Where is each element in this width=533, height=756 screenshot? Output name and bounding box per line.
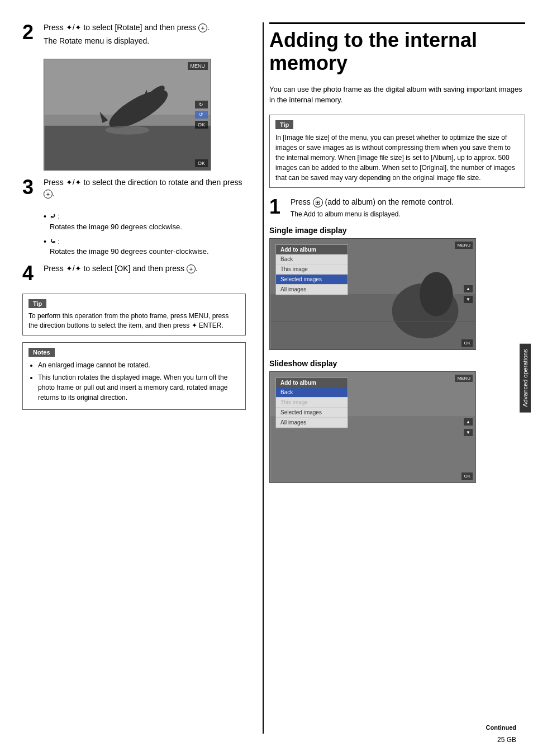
bullet-dot-1: •	[44, 211, 46, 223]
page-suffix: GB	[505, 736, 516, 744]
slideshow-display-label: Slideshow display	[269, 359, 525, 368]
slideshow-display-screenshot: Add to album Back This image Selected im…	[269, 371, 476, 483]
menu-btn-rotate-ccw: ↺	[195, 111, 208, 119]
step-3-content: Press ✦/✦ to select the direction to rot…	[44, 177, 246, 201]
step-4-block: 4 Press ✦/✦ to select [OK] and then pres…	[22, 263, 246, 284]
menu-btn-ok: OK	[195, 121, 208, 129]
step-2-sub: The Rotate menu is displayed.	[44, 36, 246, 47]
section-title: Adding to the internal memory	[269, 22, 525, 75]
notes-box: Notes An enlarged image cannot be rotate…	[22, 342, 246, 410]
step-2-number: 2	[22, 22, 38, 42]
right-step-1-sub: The Add to album menu is displayed.	[291, 210, 454, 219]
bullet-1: • ⤾ : Rotates the image 90 degrees clock…	[44, 211, 246, 231]
step-3-title: Press ✦/✦ to select the direction to rot…	[44, 177, 246, 199]
single-display-label: Single image display	[269, 226, 525, 235]
right-step-1-title: Press ⊞ (add to album) on the remote con…	[291, 197, 454, 208]
single-menu-label: MENU	[455, 242, 473, 249]
slideshow-menu-all-images: All images	[276, 418, 348, 428]
single-ok-label: OK	[461, 339, 473, 347]
right-column: Adding to the internal memory You can us…	[263, 22, 531, 734]
single-up-btn: ▲	[464, 285, 473, 292]
page-footer: Continued 25 GB	[486, 724, 516, 745]
continued-label: Continued	[486, 724, 516, 731]
step-3-number: 3	[22, 177, 38, 197]
single-menu-selected-images: Selected images	[276, 275, 348, 285]
tip-box-right: Tip In [Image file size] of the menu, yo…	[269, 115, 525, 188]
tip-text-right: In [Image file size] of the menu, you ca…	[275, 133, 519, 183]
step-3-bullets: • ⤾ : Rotates the image 90 degrees clock…	[44, 211, 246, 257]
step-4-content: Press ✦/✦ to select [OK] and then press …	[44, 263, 246, 277]
single-side-btns: ▲ ▼	[464, 285, 473, 303]
tip-header-left: Tip	[28, 299, 46, 308]
step-4-number: 4	[22, 263, 38, 284]
single-menu-title: Add to album	[276, 245, 348, 254]
single-display-screenshot: Add to album Back This image Selected im…	[269, 238, 476, 350]
album-icon: ⊞	[313, 197, 323, 207]
menu-btn-rotate-cw: ↻	[195, 101, 208, 108]
rotate-cw-description: Rotates the image 90 degrees clockwise.	[50, 223, 182, 231]
bullet-1-text: ⤾ : Rotates the image 90 degrees clockwi…	[50, 211, 182, 231]
tip-box-left: Tip To perform this operation from the p…	[22, 294, 246, 336]
bullet-dot-2: •	[44, 237, 46, 248]
slideshow-menu-back: Back	[276, 388, 348, 398]
note-item-1: An enlarged image cannot be rotated.	[38, 360, 240, 370]
single-menu-this-image: This image	[276, 264, 348, 275]
right-step-1-block: 1 Press ⊞ (add to album) on the remote c…	[269, 197, 525, 219]
slideshow-menu-label: MENU	[455, 375, 473, 382]
right-step-1-number: 1	[269, 197, 285, 217]
slideshow-menu-this-image: This image	[276, 398, 348, 408]
step-3-block: 3 Press ✦/✦ to select the direction to r…	[22, 177, 246, 201]
right-step-1-content: Press ⊞ (add to album) on the remote con…	[291, 197, 454, 219]
slideshow-ok-label: OK	[461, 472, 473, 480]
single-down-btn: ▼	[464, 296, 473, 303]
ok-label: OK	[195, 159, 208, 167]
slideshow-menu-selected-images: Selected images	[276, 408, 348, 418]
bullet-2: • ⤿ : Rotates the image 90 degrees count…	[44, 237, 246, 257]
rotate-cw-icon: ⤾	[50, 212, 56, 220]
single-menu-all-images: All images	[276, 285, 348, 295]
notes-list: An enlarged image cannot be rotated. Thi…	[28, 360, 240, 403]
note-item-2: This function rotates the displayed imag…	[38, 372, 240, 403]
side-tab: Advanced operations	[520, 343, 531, 412]
step-4-title: Press ✦/✦ to select [OK] and then press …	[44, 263, 246, 275]
step-2-content: Press ✦/✦ to select [Rotate] and then pr…	[44, 22, 246, 49]
step-2-title: Press ✦/✦ to select [Rotate] and then pr…	[44, 22, 246, 34]
slideshow-menu-panel: Add to album Back This image Selected im…	[275, 377, 348, 428]
slideshow-up-btn: ▲	[464, 418, 473, 426]
slideshow-menu-title: Add to album	[276, 378, 348, 388]
tip-text-left: To perform this operation from the photo…	[28, 311, 240, 330]
slideshow-side-btns: ▲ ▼	[464, 418, 473, 436]
svg-point-7	[105, 126, 149, 135]
circle-enter-icon: +	[198, 23, 207, 32]
rotate-ccw-description: Rotates the image 90 degrees counter-clo…	[50, 247, 209, 256]
svg-point-11	[420, 272, 453, 316]
rotate-ccw-icon: ⤿	[50, 237, 56, 245]
left-column: 2 Press ✦/✦ to select [Rotate] and then …	[22, 22, 263, 734]
notes-header: Notes	[28, 348, 55, 357]
bullet-2-text: ⤿ : Rotates the image 90 degrees counter…	[50, 237, 209, 257]
menu-label: MENU	[188, 62, 208, 70]
single-menu-back: Back	[276, 254, 348, 264]
page-num-value: 25	[497, 736, 505, 744]
step-2-block: 2 Press ✦/✦ to select [Rotate] and then …	[22, 22, 246, 49]
circle-enter-3-icon: +	[187, 264, 196, 273]
tip-header-right: Tip	[275, 120, 293, 129]
single-menu-panel: Add to album Back This image Selected im…	[275, 244, 348, 295]
image-menu-overlay: ↻ ↺ OK	[195, 101, 208, 129]
page-number: 25 GB	[497, 732, 516, 745]
dolphin-image: MENU ↻ ↺ OK OK	[44, 59, 211, 171]
section-intro: You can use the photo frame as the digit…	[269, 84, 525, 106]
slideshow-down-btn: ▼	[464, 429, 473, 436]
circle-enter-2-icon: +	[44, 190, 53, 199]
